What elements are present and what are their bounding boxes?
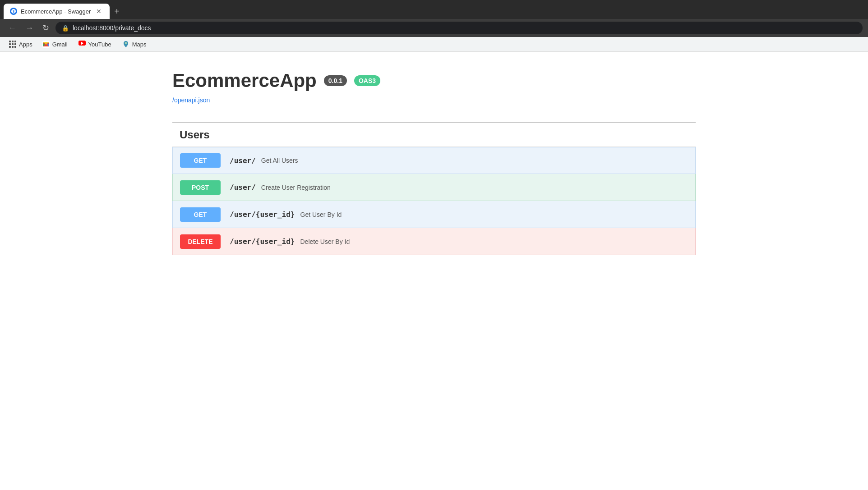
active-tab[interactable]: S EcommerceApp - Swagger ✕ [4,4,110,19]
endpoint-delete-user[interactable]: DELETE /user/{user_id} Delete User By Id [172,228,696,255]
endpoint-post-user[interactable]: POST /user/ Create User Registration [172,174,696,201]
bookmarks-bar: Apps Gmail YouT [0,37,868,52]
endpoint-get-user-by-id[interactable]: GET /user/{user_id} Get User By Id [172,201,696,228]
grid-dot [14,46,16,48]
tab-bar: S EcommerceApp - Swagger ✕ + [0,0,868,19]
endpoint-desc-get-users: Get All Users [261,157,298,164]
endpoint-path-delete-user: /user/{user_id} [230,237,295,246]
bookmark-gmail[interactable]: Gmail [38,39,72,50]
oas-badge: OAS3 [354,75,380,86]
tab-close-button[interactable]: ✕ [94,7,103,15]
lock-icon: 🔒 [62,25,69,32]
svg-text:S: S [13,10,15,13]
section-title-users: Users [172,122,696,147]
bookmark-maps[interactable]: Maps [118,39,151,50]
forward-button[interactable]: → [23,22,36,34]
swagger-title-row: EcommerceApp 0.0.1 OAS3 [172,70,696,92]
bookmark-youtube[interactable]: YouTube [74,39,116,50]
endpoint-path-get-users: /user/ [230,156,256,165]
method-badge-get: GET [180,153,221,168]
grid-dot [12,41,14,42]
apps-label: Apps [19,41,32,48]
gmail-label: Gmail [52,41,68,48]
browser-chrome: S EcommerceApp - Swagger ✕ + ← → ↻ 🔒 loc… [0,0,868,52]
gmail-icon [42,41,50,48]
youtube-play-icon [81,41,83,45]
openapi-link[interactable]: /openapi.json [172,96,210,104]
back-button[interactable]: ← [5,22,19,34]
endpoints-list: GET /user/ Get All Users POST /user/ Cre… [172,147,696,255]
method-badge-post: POST [180,180,221,195]
reload-button[interactable]: ↻ [40,22,52,34]
address-text: localhost:8000/private_docs [73,24,151,32]
address-bar-row: ← → ↻ 🔒 localhost:8000/private_docs [0,19,868,37]
youtube-label: YouTube [88,41,111,48]
new-tab-button[interactable]: + [110,5,124,18]
youtube-icon [78,41,86,48]
address-bar[interactable]: 🔒 localhost:8000/private_docs [55,22,863,34]
page-content: EcommerceApp 0.0.1 OAS3 /openapi.json Us… [0,52,868,488]
grid-dot [9,41,11,42]
endpoint-desc-delete-user: Delete User By Id [300,238,350,245]
grid-dot [12,46,14,48]
apps-grid-icon [9,41,16,48]
tab-favicon: S [10,8,17,15]
grid-dot [12,43,14,45]
app-title: EcommerceApp [172,70,317,92]
apps-bookmark[interactable]: Apps [5,39,36,50]
endpoint-path-get-user-id: /user/{user_id} [230,210,295,219]
endpoint-desc-get-user-id: Get User By Id [300,211,342,218]
grid-dot [9,46,11,48]
version-badge: 0.0.1 [324,75,347,86]
method-badge-get2: GET [180,207,221,222]
endpoint-desc-post-user: Create User Registration [261,184,331,191]
grid-dot [14,43,16,45]
grid-dot [9,43,11,45]
tab-title: EcommerceApp - Swagger [21,8,91,15]
grid-dot [14,41,16,42]
method-badge-delete: DELETE [180,234,221,249]
endpoint-path-post-user: /user/ [230,183,256,192]
swagger-container: EcommerceApp 0.0.1 OAS3 /openapi.json Us… [163,70,705,255]
swagger-header: EcommerceApp 0.0.1 OAS3 /openapi.json [172,70,696,104]
endpoint-get-all-users[interactable]: GET /user/ Get All Users [172,147,696,174]
maps-icon [122,41,129,48]
maps-label: Maps [132,41,147,48]
